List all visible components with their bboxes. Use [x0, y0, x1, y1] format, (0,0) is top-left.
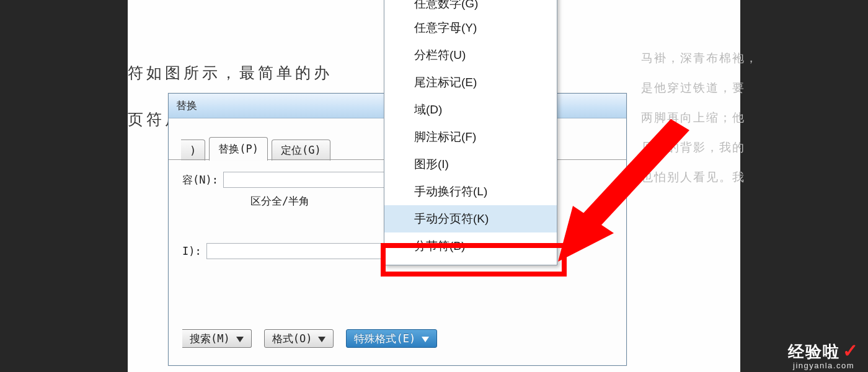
- watermark-subtitle: jingyanla.com: [788, 361, 859, 370]
- menu-item-manual-page-break[interactable]: 手动分页符(K): [384, 205, 557, 232]
- checkmark-icon: ✓: [843, 342, 859, 360]
- tab-replace[interactable]: 替换(P): [209, 137, 268, 161]
- menu-item-field[interactable]: 域(D): [384, 96, 557, 123]
- menu-item-section-break[interactable]: 分节符(B): [384, 232, 557, 260]
- article-line-1: 符如图所示，最简单的办: [128, 64, 332, 81]
- menu-item-graphic[interactable]: 图形(I): [384, 151, 557, 178]
- menu-item-column-break[interactable]: 分栏符(U): [384, 42, 557, 69]
- special-format-menu: 任意数字(G) 任意字母(Y) 分栏符(U) 尾注标记(E) 域(D) 脚注标记…: [384, 0, 557, 265]
- menu-item-footnote-mark[interactable]: 脚注标记(F): [384, 123, 557, 151]
- format-button[interactable]: 格式(O): [264, 329, 334, 348]
- dialog-button-row: 搜索(M) 格式(O) 特殊格式(E): [182, 329, 437, 348]
- chevron-down-icon: [318, 332, 326, 345]
- menu-item-manual-line-break[interactable]: 手动换行符(L): [384, 178, 557, 205]
- dialog-tabs: ) 替换(P) 定位(G): [181, 136, 334, 161]
- left-letterbox: [0, 0, 128, 372]
- find-content-label: 容(N):: [182, 173, 218, 187]
- search-direction-button[interactable]: 搜索(M): [182, 329, 252, 348]
- dialog-title: 替换: [176, 99, 197, 113]
- watermark-title: 经验啦 ✓: [788, 342, 859, 360]
- special-format-button[interactable]: 特殊格式(E): [346, 329, 437, 348]
- menu-item-any-digit[interactable]: 任意数字(G): [384, 0, 557, 14]
- background-text: 马褂，深青布棉袍， 是他穿过铁道，要 两脚再向上缩；他 见他的背影，我的 也怕别…: [641, 43, 839, 192]
- replace-with-label: I):: [182, 245, 202, 257]
- tab-find[interactable]: ): [181, 140, 205, 161]
- chevron-down-icon: [236, 332, 244, 345]
- chevron-down-icon: [422, 332, 429, 345]
- menu-item-any-letter[interactable]: 任意字母(Y): [384, 14, 557, 42]
- tab-goto[interactable]: 定位(G): [272, 140, 330, 161]
- screenshot-area: 符如图所示，最简单的办 页符后面一行。 马褂，深青布棉袍， 是他穿过铁道，要 两…: [128, 0, 740, 372]
- menu-item-endnote-mark[interactable]: 尾注标记(E): [384, 69, 557, 96]
- watermark: 经验啦 ✓ jingyanla.com: [788, 342, 859, 370]
